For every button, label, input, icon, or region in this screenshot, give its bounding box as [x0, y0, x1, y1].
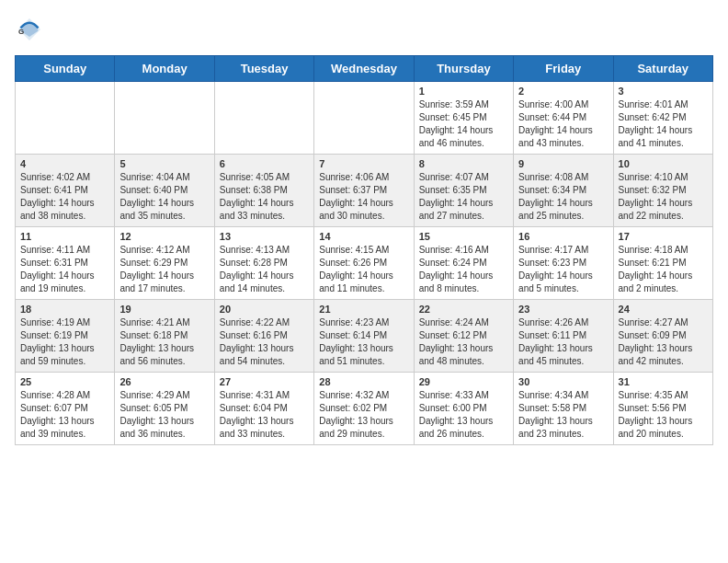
calendar-cell: 29Sunrise: 4:33 AM Sunset: 6:00 PM Dayli…: [414, 373, 513, 445]
calendar-week-2: 4Sunrise: 4:02 AM Sunset: 6:41 PM Daylig…: [16, 155, 713, 227]
calendar-cell: 22Sunrise: 4:24 AM Sunset: 6:12 PM Dayli…: [414, 300, 513, 373]
day-number: 22: [419, 304, 508, 315]
day-info: Sunrise: 4:16 AM Sunset: 6:24 PM Dayligh…: [419, 244, 508, 295]
calendar-cell: 20Sunrise: 4:22 AM Sunset: 6:16 PM Dayli…: [214, 300, 313, 373]
day-info: Sunrise: 4:23 AM Sunset: 6:14 PM Dayligh…: [319, 316, 408, 368]
calendar-cell: 11Sunrise: 4:11 AM Sunset: 6:31 PM Dayli…: [16, 227, 115, 300]
calendar-cell: 14Sunrise: 4:15 AM Sunset: 6:26 PM Dayli…: [314, 227, 414, 300]
day-info: Sunrise: 4:24 AM Sunset: 6:12 PM Dayligh…: [419, 316, 508, 368]
calendar-table: SundayMondayTuesdayWednesdayThursdayFrid…: [15, 55, 713, 445]
day-number: 8: [419, 158, 508, 169]
calendar-cell: 31Sunrise: 4:35 AM Sunset: 5:56 PM Dayli…: [613, 373, 712, 445]
calendar-cell: 21Sunrise: 4:23 AM Sunset: 6:14 PM Dayli…: [314, 300, 414, 373]
calendar-cell: 10Sunrise: 4:10 AM Sunset: 6:32 PM Dayli…: [613, 155, 712, 227]
calendar-cell: 23Sunrise: 4:26 AM Sunset: 6:11 PM Dayli…: [514, 300, 613, 373]
svg-text:G: G: [18, 28, 24, 36]
day-number: 19: [119, 304, 209, 315]
day-number: 2: [518, 86, 608, 97]
day-number: 18: [20, 304, 109, 315]
calendar-header-row: SundayMondayTuesdayWednesdayThursdayFrid…: [16, 56, 713, 82]
col-header-saturday: Saturday: [613, 56, 712, 82]
day-info: Sunrise: 4:10 AM Sunset: 6:32 PM Dayligh…: [619, 171, 708, 223]
day-info: Sunrise: 3:59 AM Sunset: 6:45 PM Dayligh…: [419, 98, 508, 150]
calendar-cell: 6Sunrise: 4:05 AM Sunset: 6:38 PM Daylig…: [214, 155, 313, 227]
col-header-thursday: Thursday: [414, 56, 513, 82]
calendar-cell: 3Sunrise: 4:01 AM Sunset: 6:42 PM Daylig…: [613, 82, 712, 155]
day-number: 14: [319, 231, 408, 242]
calendar-cell: 25Sunrise: 4:28 AM Sunset: 6:07 PM Dayli…: [16, 373, 115, 445]
calendar-cell: 5Sunrise: 4:04 AM Sunset: 6:40 PM Daylig…: [115, 155, 214, 227]
day-number: 25: [20, 376, 109, 387]
logo: G: [15, 15, 48, 44]
day-number: 28: [319, 376, 408, 387]
day-number: 5: [119, 158, 209, 169]
day-info: Sunrise: 4:28 AM Sunset: 6:07 PM Dayligh…: [20, 389, 109, 441]
col-header-wednesday: Wednesday: [314, 56, 414, 82]
day-info: Sunrise: 4:32 AM Sunset: 6:02 PM Dayligh…: [319, 389, 408, 441]
day-info: Sunrise: 4:27 AM Sunset: 6:09 PM Dayligh…: [619, 316, 708, 368]
calendar-cell: 2Sunrise: 4:00 AM Sunset: 6:44 PM Daylig…: [514, 82, 613, 155]
day-info: Sunrise: 4:13 AM Sunset: 6:28 PM Dayligh…: [220, 244, 309, 295]
day-info: Sunrise: 4:34 AM Sunset: 5:58 PM Dayligh…: [518, 389, 608, 441]
calendar-cell: [16, 82, 115, 155]
day-number: 24: [619, 304, 708, 315]
calendar-week-4: 18Sunrise: 4:19 AM Sunset: 6:19 PM Dayli…: [16, 300, 713, 373]
day-info: Sunrise: 4:17 AM Sunset: 6:23 PM Dayligh…: [518, 244, 608, 295]
calendar-cell: 9Sunrise: 4:08 AM Sunset: 6:34 PM Daylig…: [514, 155, 613, 227]
day-number: 21: [319, 304, 408, 315]
day-number: 15: [419, 231, 508, 242]
day-number: 16: [518, 231, 608, 242]
col-header-tuesday: Tuesday: [214, 56, 313, 82]
day-info: Sunrise: 4:00 AM Sunset: 6:44 PM Dayligh…: [518, 98, 608, 150]
day-number: 27: [220, 376, 309, 387]
calendar-cell: 12Sunrise: 4:12 AM Sunset: 6:29 PM Dayli…: [115, 227, 214, 300]
day-number: 7: [319, 158, 408, 169]
calendar-cell: 27Sunrise: 4:31 AM Sunset: 6:04 PM Dayli…: [214, 373, 313, 445]
calendar-week-1: 1Sunrise: 3:59 AM Sunset: 6:45 PM Daylig…: [16, 82, 713, 155]
day-number: 6: [220, 158, 309, 169]
day-info: Sunrise: 4:19 AM Sunset: 6:19 PM Dayligh…: [20, 316, 109, 368]
calendar-cell: 15Sunrise: 4:16 AM Sunset: 6:24 PM Dayli…: [414, 227, 513, 300]
calendar-week-3: 11Sunrise: 4:11 AM Sunset: 6:31 PM Dayli…: [16, 227, 713, 300]
day-info: Sunrise: 4:04 AM Sunset: 6:40 PM Dayligh…: [119, 171, 209, 223]
day-number: 10: [619, 158, 708, 169]
day-info: Sunrise: 4:15 AM Sunset: 6:26 PM Dayligh…: [319, 244, 408, 295]
calendar-week-5: 25Sunrise: 4:28 AM Sunset: 6:07 PM Dayli…: [16, 373, 713, 445]
calendar-cell: 17Sunrise: 4:18 AM Sunset: 6:21 PM Dayli…: [613, 227, 712, 300]
day-number: 9: [518, 158, 608, 169]
day-info: Sunrise: 4:35 AM Sunset: 5:56 PM Dayligh…: [619, 389, 708, 441]
calendar-cell: 30Sunrise: 4:34 AM Sunset: 5:58 PM Dayli…: [514, 373, 613, 445]
day-number: 12: [119, 231, 209, 242]
calendar-cell: 16Sunrise: 4:17 AM Sunset: 6:23 PM Dayli…: [514, 227, 613, 300]
day-number: 26: [119, 376, 209, 387]
day-number: 11: [20, 231, 109, 242]
day-number: 17: [619, 231, 708, 242]
calendar-cell: 24Sunrise: 4:27 AM Sunset: 6:09 PM Dayli…: [613, 300, 712, 373]
calendar-cell: 19Sunrise: 4:21 AM Sunset: 6:18 PM Dayli…: [115, 300, 214, 373]
calendar-cell: [115, 82, 214, 155]
calendar-cell: 18Sunrise: 4:19 AM Sunset: 6:19 PM Dayli…: [16, 300, 115, 373]
col-header-friday: Friday: [514, 56, 613, 82]
calendar-cell: 28Sunrise: 4:32 AM Sunset: 6:02 PM Dayli…: [314, 373, 414, 445]
day-number: 4: [20, 158, 109, 169]
calendar-cell: 7Sunrise: 4:06 AM Sunset: 6:37 PM Daylig…: [314, 155, 414, 227]
calendar-cell: [314, 82, 414, 155]
day-number: 3: [619, 86, 708, 97]
day-info: Sunrise: 4:05 AM Sunset: 6:38 PM Dayligh…: [220, 171, 309, 223]
day-info: Sunrise: 4:33 AM Sunset: 6:00 PM Dayligh…: [419, 389, 508, 441]
day-number: 20: [220, 304, 309, 315]
day-info: Sunrise: 4:08 AM Sunset: 6:34 PM Dayligh…: [518, 171, 608, 223]
calendar-cell: 4Sunrise: 4:02 AM Sunset: 6:41 PM Daylig…: [16, 155, 115, 227]
day-info: Sunrise: 4:01 AM Sunset: 6:42 PM Dayligh…: [619, 98, 708, 150]
calendar-cell: 8Sunrise: 4:07 AM Sunset: 6:35 PM Daylig…: [414, 155, 513, 227]
day-number: 30: [518, 376, 608, 387]
day-info: Sunrise: 4:26 AM Sunset: 6:11 PM Dayligh…: [518, 316, 608, 368]
day-number: 29: [419, 376, 508, 387]
calendar-cell: 1Sunrise: 3:59 AM Sunset: 6:45 PM Daylig…: [414, 82, 513, 155]
day-info: Sunrise: 4:29 AM Sunset: 6:05 PM Dayligh…: [119, 389, 209, 441]
calendar-cell: 26Sunrise: 4:29 AM Sunset: 6:05 PM Dayli…: [115, 373, 214, 445]
day-info: Sunrise: 4:18 AM Sunset: 6:21 PM Dayligh…: [619, 244, 708, 295]
day-number: 13: [220, 231, 309, 242]
day-info: Sunrise: 4:22 AM Sunset: 6:16 PM Dayligh…: [220, 316, 309, 368]
day-info: Sunrise: 4:02 AM Sunset: 6:41 PM Dayligh…: [20, 171, 109, 223]
